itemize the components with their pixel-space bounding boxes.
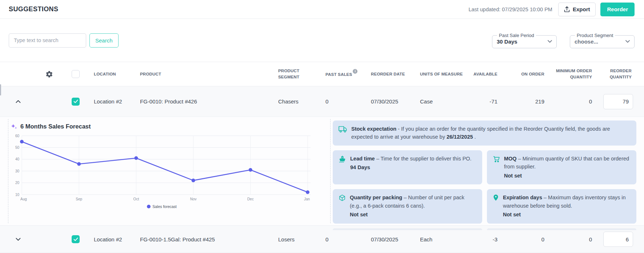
stock-expectation-text: Stock expectation - If you place an orde…	[351, 125, 631, 141]
row-on-order: 0	[501, 236, 548, 242]
row-detail-panel: 6 Months Sales Forecast 605040302010AugS…	[0, 117, 644, 226]
check-icon	[73, 237, 78, 241]
pin-icon	[493, 193, 499, 219]
search-group: Search	[9, 33, 119, 48]
page-title: SUGGESTIONS	[9, 5, 58, 13]
reorder-quantity-input[interactable]	[603, 232, 633, 247]
column-header-available[interactable]: AVAILABLE	[472, 71, 501, 77]
partial-cards	[333, 228, 636, 230]
column-header-on-order[interactable]: ON ORDER	[501, 71, 548, 77]
row-segment: Chasers	[274, 98, 321, 105]
svg-text:60: 60	[15, 134, 20, 138]
column-header-product[interactable]: PRODUCT	[136, 71, 274, 77]
column-header-uom[interactable]: UNITS OF MEASURE	[416, 71, 472, 77]
expiration-days-card: Expiration days – Maximum days inventory…	[487, 189, 636, 223]
expiration-days-value: Not set	[503, 211, 631, 219]
column-header-segment[interactable]: PRODUCT SEGMENT	[274, 68, 321, 80]
row-min-order-qty: 0	[548, 98, 596, 105]
row-checkbox[interactable]	[72, 98, 80, 106]
table-header-row: LOCATION PRODUCT PRODUCT SEGMENT PAST SA…	[0, 62, 644, 86]
column-header-reorder-qty[interactable]: REORDER QUANTITY	[596, 68, 633, 80]
row-segment: Losers	[274, 236, 321, 242]
legend-dot	[147, 205, 151, 208]
chart-legend: Sales forecast	[11, 204, 313, 209]
export-button[interactable]: Export	[558, 3, 596, 16]
svg-text:30: 30	[15, 169, 20, 173]
select-all-checkbox[interactable]	[72, 70, 80, 78]
expand-row-button[interactable]	[13, 234, 24, 245]
column-header-past-sales[interactable]: PAST SALESi	[321, 71, 367, 77]
export-icon	[564, 6, 570, 12]
svg-text:10: 10	[15, 193, 20, 197]
suggestions-page: SUGGESTIONS Last updated: 07/29/2025 10:…	[0, 0, 644, 253]
row-past-sales: 0	[321, 98, 367, 105]
row-uom: Each	[416, 236, 472, 242]
detail-cards-section: Stock expectation - If you place an orde…	[320, 117, 644, 225]
row-location: Location #2	[89, 98, 136, 105]
row-on-order: 219	[501, 98, 548, 105]
search-button[interactable]: Search	[89, 33, 119, 48]
svg-text:20: 20	[15, 181, 20, 185]
reorder-button[interactable]: Reorder	[600, 3, 635, 16]
svg-text:50: 50	[15, 146, 20, 150]
reorder-quantity-input[interactable]	[603, 94, 633, 109]
column-header-reorder-date[interactable]: REORDER DATE	[367, 71, 416, 77]
product-segment-value: choose...	[575, 38, 598, 45]
past-sale-period-label: Past Sale Period	[497, 33, 536, 38]
sparkles-icon	[11, 123, 17, 130]
legend-label: Sales forecast	[152, 204, 177, 209]
ship-icon	[339, 155, 346, 180]
row-available: -3	[472, 236, 501, 242]
svg-text:40: 40	[15, 157, 20, 161]
top-bar: SUGGESTIONS Last updated: 07/29/2025 10:…	[0, 0, 644, 19]
vertical-scrollbar-thumb[interactable]	[0, 84, 1, 95]
info-icon[interactable]: i	[353, 69, 357, 74]
past-sale-period-select[interactable]: Past Sale Period 30 Days	[492, 33, 557, 48]
row-reorder-date: 07/30/2025	[367, 236, 416, 242]
row-checkbox[interactable]	[72, 235, 80, 243]
row-product: FG-0010-1.5Gal: Product #425	[136, 236, 274, 242]
row-min-order-qty: 0	[548, 236, 596, 242]
check-icon	[73, 99, 78, 103]
row-past-sales: 0	[321, 236, 367, 242]
svg-text:Dec: Dec	[247, 197, 254, 201]
svg-text:Aug: Aug	[20, 197, 27, 201]
row-reorder-date: 07/30/2025	[367, 98, 416, 105]
chevron-down-icon	[16, 238, 21, 241]
moq-value: Not set	[504, 172, 631, 180]
column-header-location[interactable]: LOCATION	[89, 71, 136, 77]
row-location: Location #2	[89, 236, 136, 242]
svg-text:Nov: Nov	[190, 197, 197, 201]
lead-time-card: Lead time – Time for the supplier to del…	[333, 150, 482, 184]
forecast-section: 6 Months Sales Forecast 605040302010AugS…	[0, 117, 320, 225]
moq-card: MOQ – Minimum quantity of SKU that can b…	[487, 150, 636, 184]
svg-text:Sep: Sep	[76, 197, 82, 201]
gear-icon	[45, 70, 53, 78]
product-segment-label: Product Segment	[575, 33, 615, 38]
chevron-down-icon	[625, 40, 630, 43]
svg-text:Jan: Jan	[304, 197, 310, 201]
last-updated-text: Last updated: 07/29/2025 10:00 PM	[468, 7, 552, 12]
filter-bar: Search Past Sale Period 30 Days Product …	[0, 19, 644, 62]
product-segment-select[interactable]: Product Segment choose...	[570, 33, 635, 48]
filter-selects: Past Sale Period 30 Days Product Segment…	[492, 33, 635, 48]
svg-text:Oct: Oct	[133, 197, 139, 201]
panel-guide-line	[8, 119, 8, 223]
column-header-min-order-qty[interactable]: MINIMUM ORDER QUANTITY	[548, 68, 596, 80]
truck-icon	[339, 125, 347, 141]
search-input[interactable]	[9, 33, 86, 48]
package-icon	[339, 193, 346, 219]
row-available: -71	[472, 98, 501, 105]
collapse-row-button[interactable]	[13, 96, 24, 107]
partial-card-top	[333, 228, 482, 230]
column-settings-button[interactable]	[45, 70, 53, 78]
panel-guide-line	[330, 119, 331, 223]
row-product: FG-0010: Product #426	[136, 98, 274, 105]
chevron-up-icon	[16, 100, 21, 103]
table-row: Location #2 FG-0010: Product #426 Chaser…	[0, 86, 644, 117]
partial-card-top	[487, 228, 636, 230]
quantity-per-packing-card: Quantity per packing – Number of unit pe…	[333, 189, 482, 223]
export-button-label: Export	[573, 6, 590, 12]
forecast-chart-title: 6 Months Sales Forecast	[20, 123, 91, 130]
past-sale-period-value: 30 Days	[497, 38, 517, 45]
